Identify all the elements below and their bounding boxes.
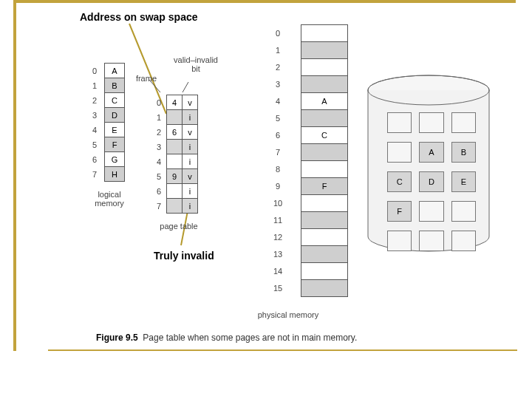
physical-memory-label: physical memory <box>255 310 321 319</box>
figure-caption: Figure 9.5 Page table when some pages ar… <box>96 332 357 343</box>
logical-memory-label: logical memory <box>91 190 128 208</box>
logical-memory-table: 0A1B2C3D4E5F6G7H <box>85 63 125 182</box>
valid-invalid-bit-label: valid–invalid bit <box>172 55 219 73</box>
frame-col-label: frame <box>132 74 157 83</box>
figure-caption-text: Page table when some pages are not in ma… <box>143 332 357 343</box>
swap-disk: ABCDEF <box>362 74 495 244</box>
figure-number: Figure 9.5 <box>96 332 138 343</box>
slide: Address on swap space Truly invalid 0A1B… <box>0 0 532 399</box>
page-table-label: page table <box>157 222 201 231</box>
physical-memory-table: 01234A56C789F101112131415 <box>255 24 348 297</box>
svg-line-3 <box>183 82 188 92</box>
disk-grid: ABCDEF <box>380 103 483 260</box>
page-table: 04v1i26v3i4i59v6i7i <box>151 95 198 214</box>
